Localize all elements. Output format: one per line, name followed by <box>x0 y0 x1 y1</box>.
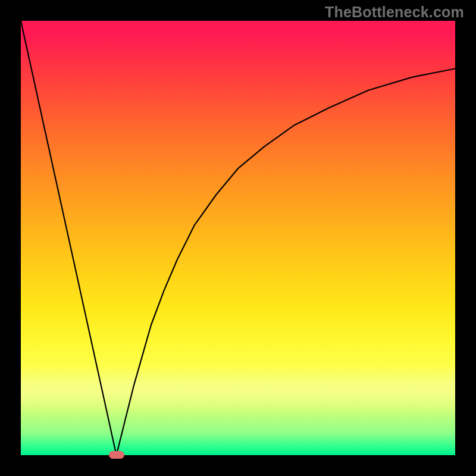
bottleneck-curve <box>21 21 455 455</box>
optimum-marker <box>109 451 124 459</box>
plot-area <box>21 21 455 455</box>
watermark-text: TheBottleneck.com <box>325 4 464 21</box>
curve-path <box>21 21 455 455</box>
outer-frame: TheBottleneck.com <box>0 0 476 476</box>
